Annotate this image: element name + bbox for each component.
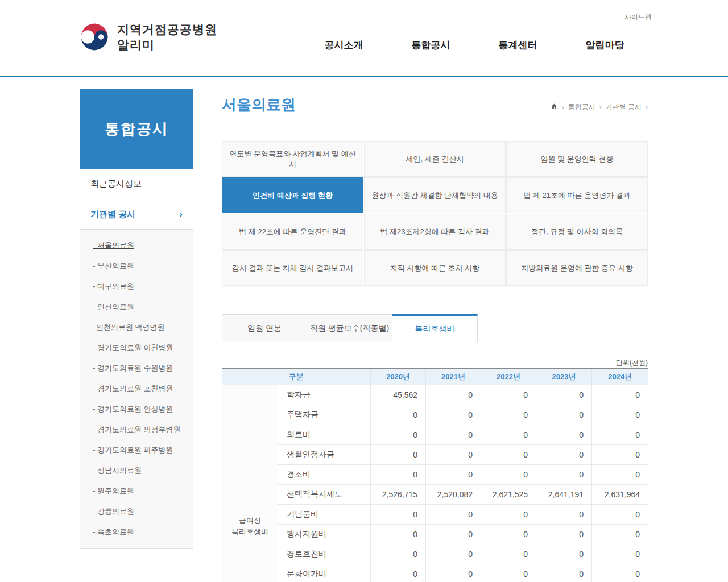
table-item-label: 문화여가비: [278, 564, 371, 582]
category-cell[interactable]: 법 제 21조에 따른 운영평가 결과: [506, 177, 648, 213]
table-value-cell: 0: [426, 405, 481, 425]
table-value-cell: 0: [592, 425, 648, 445]
site-title: 지역거점공공병원 알리미: [117, 22, 217, 53]
table-column-header: 구분: [222, 369, 371, 385]
table-value-cell: 0: [536, 445, 592, 465]
table-value-cell: 0: [536, 425, 592, 445]
breadcrumb-separator-icon: ›: [562, 103, 564, 111]
hospital-list-item[interactable]: - 경기도의료원 파주병원: [80, 440, 193, 460]
table-value-cell: 0: [481, 465, 536, 485]
table-column-header: 2022년: [481, 369, 536, 385]
tab-임원 연봉[interactable]: 임원 연봉: [222, 314, 307, 342]
category-cell[interactable]: 감사 결과 또는 자체 감사 결과보고서: [222, 250, 363, 286]
table-row: 경조비00000: [222, 465, 648, 485]
table-value-cell: 0: [426, 425, 481, 445]
table-value-cell: 0: [426, 465, 481, 485]
table-value-cell: 2,641,191: [536, 485, 592, 505]
table-row: 행사지원비00000: [222, 525, 648, 544]
category-cell[interactable]: 정관, 규정 및 이사회 회의록: [506, 214, 648, 250]
table-row: 문화여가비00000: [222, 564, 648, 582]
table-value-cell: 2,631,964: [592, 485, 648, 505]
table-value-cell: 0: [592, 465, 648, 485]
hospital-list-item[interactable]: - 경기도의료원 수원병원: [80, 358, 193, 379]
breadcrumb-item[interactable]: 기관별 공시: [606, 102, 642, 112]
table-value-cell: 0: [536, 505, 592, 525]
table-value-cell: 0: [592, 405, 648, 425]
table-item-label: 선택적복지제도: [278, 485, 371, 505]
category-cell[interactable]: 인건비 예산과 집행 현황: [222, 177, 363, 213]
table-row: 주택자금00000: [222, 405, 648, 425]
category-cell[interactable]: 연도별 운영목표와 사업계획서 및 예산서: [222, 141, 363, 177]
category-cell[interactable]: 원장과 직원간 체결한 단체협약의 내용: [364, 177, 506, 213]
category-cell[interactable]: 지방의료원 운영에 관한 중요 사항: [506, 250, 648, 286]
category-cell[interactable]: 세입, 세출 결산서: [364, 141, 506, 177]
welfare-table-header: 구분2020년2021년2022년2023년2024년: [222, 369, 648, 385]
hospital-list-item[interactable]: - 경기도의료원 포천병원: [80, 379, 193, 399]
table-item-label: 학자금: [278, 385, 371, 405]
table-value-cell: 0: [592, 445, 648, 465]
hospital-list-item[interactable]: - 경기도의료원 안성병원: [80, 399, 193, 419]
table-row: 생활안정자금00000: [222, 445, 648, 465]
breadcrumb-separator-icon: ›: [599, 103, 602, 111]
table-value-cell: 0: [371, 445, 426, 465]
hospital-list-item[interactable]: - 대구의료원: [80, 276, 193, 297]
government-emblem-icon: [80, 22, 109, 52]
page: 사이트맵 지역거점공공병원 알리미 공시소개통합공시통계센터알림마당 통합공시 …: [0, 0, 728, 582]
table-item-label: 의료비: [278, 425, 371, 445]
table-item-label: 경로효친비: [278, 544, 371, 564]
category-grid: 연도별 운영목표와 사업계획서 및 예산서세입, 세출 결산서임원 및 운영인력…: [222, 141, 648, 286]
group-label-line: 급여성: [222, 515, 278, 526]
table-value-cell: 0: [592, 564, 648, 582]
table-value-cell: 0: [536, 465, 592, 485]
table-value-cell: 0: [481, 505, 536, 525]
table-value-cell: 0: [481, 445, 536, 465]
hospital-list-item[interactable]: - 강릉의료원: [80, 501, 193, 522]
welfare-table: 구분2020년2021년2022년2023년2024년 급여성복리후생비학자금4…: [222, 368, 648, 582]
table-value-cell: 0: [481, 405, 536, 425]
table-value-cell: 0: [371, 465, 426, 485]
sidebar-item-by-institution[interactable]: 기관별 공시 ›: [80, 199, 193, 229]
table-value-cell: 0: [371, 564, 426, 582]
table-value-cell: 45,562: [371, 385, 426, 405]
hospital-list-item[interactable]: - 속초의료원: [80, 522, 193, 542]
category-cell[interactable]: 임원 및 운영인력 현황: [506, 141, 648, 177]
hospital-list-item[interactable]: - 영월의료원: [80, 542, 193, 549]
table-value-cell: 0: [371, 425, 426, 445]
table-row: 선택적복지제도2,526,7152,520,0822,621,5252,641,…: [222, 485, 648, 505]
group-label-line: 복리후생비: [222, 526, 278, 538]
table-value-cell: 0: [592, 525, 648, 544]
hospital-list-item[interactable]: - 경기도의료원 이천병원: [80, 338, 193, 358]
hospital-list-item[interactable]: 인천의료원 백령병원: [80, 317, 193, 338]
tab-bar: 임원 연봉직원 평균보수(직종별)복리후생비: [222, 314, 478, 342]
home-icon[interactable]: [551, 103, 558, 111]
table-column-header: 2020년: [371, 369, 426, 385]
tab-복리후생비[interactable]: 복리후생비: [392, 314, 478, 342]
hospital-list-item[interactable]: - 원주의료원: [80, 481, 193, 501]
table-row: 급여성복리후생비학자금45,5620000: [222, 385, 648, 405]
tab-직원 평균보수(직종별)[interactable]: 직원 평균보수(직종별): [307, 314, 392, 342]
hospital-list-item[interactable]: - 성남시의료원: [80, 460, 193, 481]
category-cell[interactable]: 지적 사항에 따른 조치 사항: [364, 250, 506, 286]
hospital-list-item[interactable]: - 서울의료원: [80, 235, 193, 256]
table-item-label: 기념품비: [278, 505, 371, 525]
sidebar-item-recent-disclosure[interactable]: 최근공시정보: [80, 169, 193, 199]
table-value-cell: 0: [592, 385, 648, 405]
category-cell[interactable]: 법 제23조제2항에 따른 검사 결과: [364, 214, 506, 250]
sidebar-menu: 최근공시정보 기관별 공시 ›: [80, 169, 193, 230]
table-value-cell: 0: [536, 385, 592, 405]
table-item-label: 경조비: [278, 465, 371, 485]
table-row: 경로효친비00000: [222, 544, 648, 564]
hospital-list-item[interactable]: - 경기도의료원 의정부병원: [80, 419, 193, 440]
hospital-list-item[interactable]: - 부산의료원: [80, 256, 193, 276]
sidebar-item-label: 기관별 공시: [90, 199, 135, 229]
table-item-label: 행사지원비: [278, 525, 371, 544]
site-logo[interactable]: 지역거점공공병원 알리미: [80, 22, 217, 53]
breadcrumb-item[interactable]: 통합공시: [568, 102, 595, 112]
table-value-cell: 0: [536, 564, 592, 582]
table-value-cell: 0: [536, 405, 592, 425]
table-value-cell: 0: [371, 505, 426, 525]
hospital-list-item[interactable]: - 인천의료원: [80, 297, 193, 317]
hospital-list: - 서울의료원- 부산의료원- 대구의료원- 인천의료원인천의료원 백령병원- …: [80, 230, 193, 549]
table-value-cell: 0: [426, 544, 481, 564]
category-cell[interactable]: 법 제 22조에 따른 운영진단 결과: [222, 214, 363, 250]
